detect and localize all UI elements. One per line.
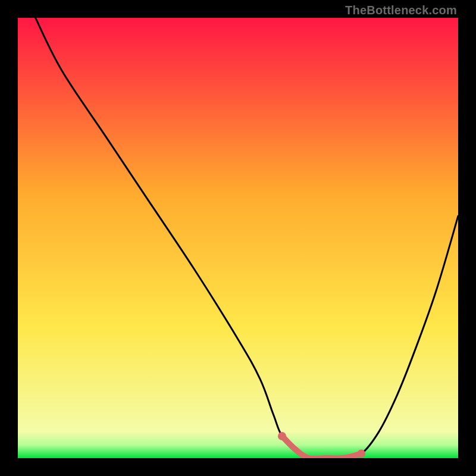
optimal-zone-start-marker bbox=[278, 432, 286, 440]
bottleneck-chart bbox=[18, 18, 458, 458]
watermark-text: TheBottleneck.com bbox=[345, 4, 457, 17]
gradient-background bbox=[18, 18, 458, 458]
chart-frame bbox=[18, 18, 458, 458]
optimal-zone-end-marker bbox=[357, 450, 365, 458]
